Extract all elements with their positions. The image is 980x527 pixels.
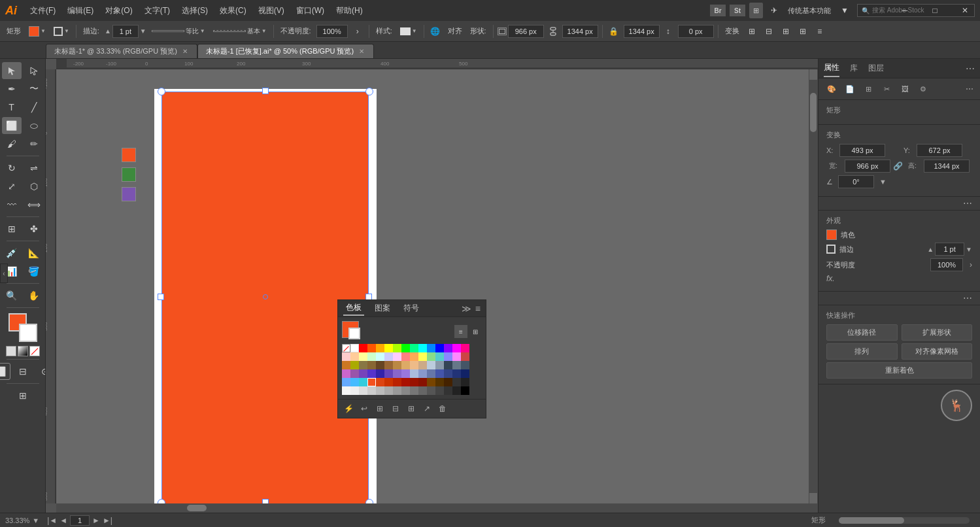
more-options-icon[interactable]: ⋯ <box>963 198 972 209</box>
swatch-yellow2[interactable] <box>384 344 393 352</box>
swatch-p10[interactable] <box>418 369 427 378</box>
handle-tr[interactable] <box>365 88 373 95</box>
swatch-s6[interactable] <box>384 378 393 386</box>
handle-tc[interactable] <box>262 88 269 94</box>
swatch-r1[interactable] <box>342 352 350 361</box>
opacity-more-icon[interactable]: › <box>350 24 365 39</box>
opacity-expand-icon[interactable]: › <box>970 260 972 269</box>
swatch-g7[interactable] <box>393 386 401 395</box>
pencil-tool[interactable]: ✏ <box>24 135 44 152</box>
menu-effect[interactable]: 效果(C) <box>214 3 252 19</box>
swatch-mint[interactable] <box>410 344 418 352</box>
swatch-p6[interactable] <box>384 369 393 378</box>
stroke-up[interactable]: ▲ <box>927 246 934 253</box>
swatch-br14[interactable] <box>452 361 461 369</box>
zoom-tool[interactable]: 🔍 <box>2 287 22 304</box>
stroke-type-btn[interactable]: 等比 ▼ <box>149 24 208 39</box>
panel-icon-4[interactable]: ⊟ <box>389 402 402 415</box>
color-tab-swatches[interactable]: 色板 <box>343 301 364 316</box>
panel-settings-icon[interactable]: ⚙ <box>915 81 931 97</box>
panel-image-icon[interactable]: 🖼 <box>897 81 913 97</box>
none-btn[interactable] <box>29 346 40 356</box>
page-input[interactable] <box>70 515 90 526</box>
r-tab-props[interactable]: 属性 <box>824 60 839 77</box>
scale-tool[interactable]: ⤢ <box>2 178 22 195</box>
select-tool[interactable] <box>2 62 22 79</box>
stock-icon[interactable]: St <box>730 5 745 16</box>
zoom-control[interactable]: 33.33% ▼ <box>5 517 39 524</box>
swatch-r4[interactable] <box>367 352 376 361</box>
curvature-tool[interactable]: 〜 <box>24 80 44 97</box>
distribute-icon[interactable]: ⊞ <box>796 24 810 39</box>
measure-tool[interactable]: 📐 <box>24 245 44 262</box>
v-scroll-down[interactable] <box>809 493 817 503</box>
free-transform-tool[interactable]: ⊞ <box>2 220 22 237</box>
swatch-s11[interactable] <box>427 378 435 386</box>
draw-normal-btn[interactable]: ⬜ <box>0 363 10 380</box>
swatch-g4[interactable] <box>367 386 376 395</box>
transform-more-icon[interactable]: ⊞ <box>745 24 759 39</box>
swatch-br12[interactable] <box>435 361 444 369</box>
collapse-panel-btn[interactable]: ‹ <box>0 264 8 283</box>
fill-appearance-swatch[interactable] <box>826 230 837 240</box>
swatch-s14[interactable] <box>452 378 461 386</box>
draw-inside-btn[interactable]: ⊙ <box>35 363 46 380</box>
swatch-g11[interactable] <box>427 386 435 395</box>
pan-tool[interactable]: ✋ <box>24 287 44 304</box>
r-tab-library[interactable]: 库 <box>850 60 858 76</box>
panel-icon-5[interactable]: ⊞ <box>405 402 418 415</box>
rotate-tool[interactable]: ↻ <box>2 160 22 177</box>
swatch-yellow1[interactable] <box>376 344 384 352</box>
btn-align-pixel[interactable]: 对齐像素网格 <box>902 343 973 360</box>
x-icon[interactable]: ↕ <box>661 24 675 39</box>
swatch-r8[interactable] <box>401 352 410 361</box>
stroke-pt-input[interactable] <box>935 243 964 256</box>
handle-br[interactable] <box>365 499 373 503</box>
menu-help[interactable]: 帮助(H) <box>331 3 368 19</box>
brand-logo[interactable]: 🦌 <box>941 390 972 421</box>
panel-icon-2[interactable]: ↩ <box>358 402 371 415</box>
page-next[interactable]: ► <box>92 516 100 525</box>
swatch-g1[interactable] <box>342 386 350 395</box>
normal-mode-btn[interactable] <box>6 346 16 356</box>
swatch-s2[interactable] <box>350 378 359 386</box>
swatch-r10[interactable] <box>418 352 427 361</box>
swatch-p7[interactable] <box>393 369 401 378</box>
swatch-orange[interactable] <box>122 148 136 162</box>
fill-color-btn[interactable]: ▼ <box>26 24 48 39</box>
height-input[interactable] <box>562 25 598 38</box>
panel-swatch-icon[interactable]: 🎨 <box>824 81 839 97</box>
transform-icon2[interactable]: ⊟ <box>762 24 776 39</box>
x-value-input[interactable] <box>839 144 885 157</box>
draw-behind-btn[interactable]: ⊟ <box>13 363 33 380</box>
panel-icon-6[interactable]: ↗ <box>420 402 433 415</box>
swatch-br4[interactable] <box>367 361 376 369</box>
swatch-p8[interactable] <box>401 369 410 378</box>
swatch-g3[interactable] <box>359 386 367 395</box>
arrange-icon[interactable]: ⊞ <box>749 3 763 18</box>
link-chain-icon[interactable] <box>547 25 560 38</box>
bridge-icon[interactable]: Br <box>710 5 726 16</box>
handle-bc[interactable] <box>262 499 269 503</box>
swatch-orange1[interactable] <box>367 344 376 352</box>
globe-icon[interactable]: 🌐 <box>428 24 443 39</box>
tab-1-close[interactable]: ✕ <box>181 48 189 55</box>
swatch-g9[interactable] <box>410 386 418 395</box>
eyedropper-tool[interactable]: 💉 <box>2 245 22 262</box>
x-input[interactable] <box>624 25 660 38</box>
h-scroll-thumb[interactable] <box>187 505 207 511</box>
btn-recolor[interactable]: 重新着色 <box>826 362 972 379</box>
swatch-br1[interactable] <box>342 361 350 369</box>
handle-tl[interactable] <box>158 88 165 95</box>
swatch-br7[interactable] <box>393 361 401 369</box>
angle-input[interactable] <box>838 175 874 188</box>
swatch-s1[interactable] <box>342 378 350 386</box>
canvas-viewport[interactable]: 色板 图案 符号 ≫ ≡ <box>56 69 809 503</box>
panel-icon-1[interactable]: ⚡ <box>342 402 355 415</box>
swatch-s13[interactable] <box>444 378 452 386</box>
color-tab-pattern[interactable]: 图案 <box>372 301 393 315</box>
swatch-none[interactable] <box>342 344 350 352</box>
panel-options-icon[interactable]: ⋯ <box>964 84 975 94</box>
panel-more-icon[interactable]: ⋯ <box>966 63 975 74</box>
style-btn[interactable]: ▼ <box>397 24 420 39</box>
